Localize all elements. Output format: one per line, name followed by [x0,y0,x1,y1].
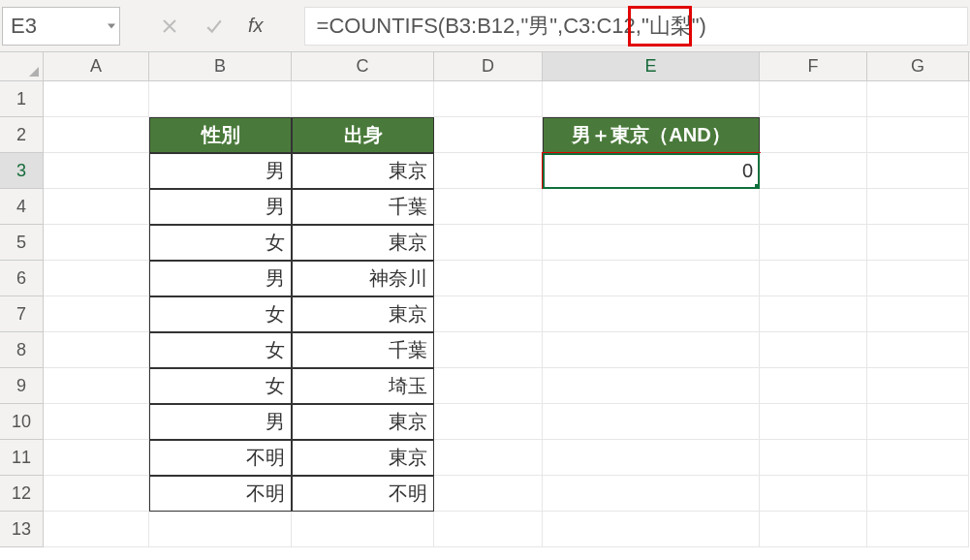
row-header-5[interactable]: 5 [0,225,44,261]
cell-F4[interactable] [760,189,867,225]
cell-C13[interactable] [292,512,434,547]
chevron-down-icon[interactable] [108,23,115,28]
cell-F2[interactable] [760,117,867,153]
col-header-D[interactable]: D [434,52,543,80]
cell-F1[interactable] [760,81,867,117]
cell-E7[interactable] [543,296,760,332]
cell-G8[interactable] [867,332,969,368]
cell-A5[interactable] [44,225,149,261]
row-header-1[interactable]: 1 [0,81,44,117]
col-header-A[interactable]: A [44,52,149,80]
cell-C10[interactable]: 東京 [292,404,434,440]
cell-A8[interactable] [44,332,149,368]
formula-input[interactable]: =COUNTIFS(B3:B12,"男",C3:C12,"山梨") [304,7,968,46]
cell-C8[interactable]: 千葉 [292,332,434,368]
cell-D1[interactable] [434,81,543,117]
cell-A11[interactable] [44,440,149,476]
cell-A3[interactable] [44,153,149,189]
cell-C6[interactable]: 神奈川 [292,261,434,296]
cell-B5[interactable]: 女 [149,225,292,261]
cell-B3[interactable]: 男 [149,153,292,189]
name-box[interactable]: E3 [2,7,120,46]
cell-B6[interactable]: 男 [149,261,292,296]
cell-B13[interactable] [149,512,292,547]
cell-D4[interactable] [434,189,543,225]
row-header-2[interactable]: 2 [0,117,44,153]
cell-G9[interactable] [867,368,969,404]
cell-B10[interactable]: 男 [149,404,292,440]
cell-C9[interactable]: 埼玉 [292,368,434,404]
cell-C3[interactable]: 東京 [292,153,434,189]
row-header-13[interactable]: 13 [0,512,44,547]
cell-F6[interactable] [760,261,867,296]
row-header-7[interactable]: 7 [0,296,44,332]
row-header-6[interactable]: 6 [0,261,44,296]
cell-A13[interactable] [44,512,149,547]
cell-D5[interactable] [434,225,543,261]
cell-G6[interactable] [867,261,969,296]
cell-F13[interactable] [760,512,867,547]
cell-D2[interactable] [434,117,543,153]
cell-A7[interactable] [44,296,149,332]
cell-B11[interactable]: 不明 [149,440,292,476]
cell-G5[interactable] [867,225,969,261]
cell-D12[interactable] [434,476,543,512]
cell-C2[interactable]: 出身 [292,117,434,153]
select-all-corner[interactable] [0,52,44,80]
col-header-F[interactable]: F [760,52,867,80]
row-header-4[interactable]: 4 [0,189,44,225]
cell-A12[interactable] [44,476,149,512]
cell-G2[interactable] [867,117,969,153]
cell-F8[interactable] [760,332,867,368]
col-header-E[interactable]: E [543,52,760,80]
col-header-G[interactable]: G [867,52,969,80]
cell-F12[interactable] [760,476,867,512]
cell-D8[interactable] [434,332,543,368]
cell-G11[interactable] [867,440,969,476]
cell-G3[interactable] [867,153,969,189]
cell-D11[interactable] [434,440,543,476]
cell-F9[interactable] [760,368,867,404]
cell-A4[interactable] [44,189,149,225]
enter-icon[interactable] [203,16,225,37]
cell-B4[interactable]: 男 [149,189,292,225]
cell-E5[interactable] [543,225,760,261]
cell-G13[interactable] [867,512,969,547]
cell-E9[interactable] [543,368,760,404]
cell-B1[interactable] [149,81,292,117]
cell-A2[interactable] [44,117,149,153]
cell-F3[interactable] [760,153,867,189]
row-header-12[interactable]: 12 [0,476,44,512]
cell-A6[interactable] [44,261,149,296]
row-header-8[interactable]: 8 [0,332,44,368]
cell-B9[interactable]: 女 [149,368,292,404]
cell-E1[interactable] [543,81,760,117]
cell-A9[interactable] [44,368,149,404]
cell-B7[interactable]: 女 [149,296,292,332]
cell-E4[interactable] [543,189,760,225]
cell-G4[interactable] [867,189,969,225]
cell-G12[interactable] [867,476,969,512]
cell-C5[interactable]: 東京 [292,225,434,261]
fx-icon[interactable]: fx [248,15,264,37]
cell-F11[interactable] [760,440,867,476]
row-header-11[interactable]: 11 [0,440,44,476]
cell-E11[interactable] [543,440,760,476]
cell-A1[interactable] [44,81,149,117]
cell-E10[interactable] [543,404,760,440]
cell-B2[interactable]: 性別 [149,117,292,153]
cell-C7[interactable]: 東京 [292,296,434,332]
cell-E8[interactable] [543,332,760,368]
cell-E13[interactable] [543,512,760,547]
cell-D3[interactable] [434,153,543,189]
cell-E3[interactable]: 0 [543,153,760,189]
row-header-10[interactable]: 10 [0,404,44,440]
row-header-9[interactable]: 9 [0,368,44,404]
cell-E12[interactable] [543,476,760,512]
cell-D7[interactable] [434,296,543,332]
col-header-C[interactable]: C [292,52,434,80]
cell-F10[interactable] [760,404,867,440]
cell-G1[interactable] [867,81,969,117]
cell-F5[interactable] [760,225,867,261]
cell-A10[interactable] [44,404,149,440]
